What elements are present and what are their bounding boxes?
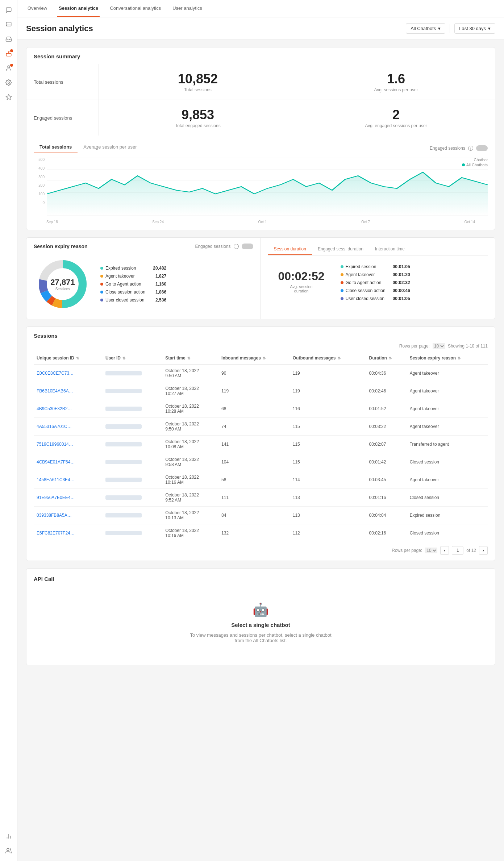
legend-value-close-session: 1,866 [148,290,166,295]
cell-duration: 00:04:36 [366,365,407,382]
avg-engaged-sublabel: Avg. engaged sessions per user [312,123,480,128]
col-start-time: Start time ⇅ [162,352,218,365]
session-link[interactable]: E6FC82E707F24… [37,531,75,536]
sort-icon-inbound[interactable]: ⇅ [263,356,266,360]
legend-label-go-to-agent: Go to Agent action [105,282,141,287]
cell-session-id: E6FC82E707F24… [34,524,103,542]
expiry-panel: Session expiry reason Engaged sessions i [26,238,261,319]
time-filter-dropdown[interactable]: Last 30 days ▾ [454,23,495,34]
legend-label-agent-takeover: Agent takeover [105,274,135,279]
avg-sessions-sublabel: Avg. sessions per user [312,87,480,92]
tab-session-analytics[interactable]: Session analytics [57,0,100,17]
expiry-engaged-toggle[interactable] [242,244,253,249]
svg-point-11 [7,848,9,850]
cell-user-id [103,471,162,489]
total-sessions-label: Total sessions [26,64,99,100]
cell-expiry-reason: Agent takeover [407,418,488,436]
duration-item-user-closed: User closed session 00:01:05 [341,296,410,301]
session-link[interactable]: 4A55316A701C… [37,424,72,429]
expiry-info-icon[interactable]: i [234,244,239,249]
user-id-bar [105,407,142,411]
message-square-icon[interactable] [3,19,14,30]
rows-per-page-select[interactable]: 10 25 50 [433,343,445,349]
legend-color-user-closed [100,299,103,301]
session-link[interactable]: 4CB94E01A7F64… [37,459,75,465]
cell-expiry-reason: Agent takeover [407,382,488,400]
table-row: E6FC82E707F24… October 18, 2022 10:16 AM… [34,524,488,542]
cell-inbound: 141 [218,436,290,453]
duration-value-close-session: 00:00:46 [388,288,410,293]
duration-color-user-closed [341,297,343,300]
cell-session-id: 91E956A7E0EE4… [34,489,103,507]
chat-icon[interactable] [3,4,14,16]
chart-header: Total sessions Average session per user … [34,141,488,155]
sort-icon-outbound[interactable]: ⇅ [338,356,341,360]
session-link[interactable]: 1458EA611C3E4… [37,477,75,482]
info-icon[interactable]: i [468,146,473,151]
prev-page-button[interactable]: ‹ [440,546,449,555]
chart-container: Chatbot All Chatbots [34,158,488,223]
cell-user-id [103,453,162,471]
chatbot-filter-dropdown[interactable]: All Chatbots ▾ [406,23,445,34]
cell-user-id [103,489,162,507]
duration-value-agent-takeover: 00:01:20 [388,272,410,277]
tab-interaction-time[interactable]: Interaction time [369,244,411,255]
sort-icon-session-id[interactable]: ⇅ [76,356,79,360]
session-link[interactable]: FB6B10E4AB6A… [37,388,73,394]
chart-y-labels: 500 400 300 200 100 0 [34,158,45,205]
duration-color-agent-takeover [341,273,343,276]
sparkle-icon[interactable] [3,91,14,103]
cell-expiry-reason: Agent takeover [407,471,488,489]
next-page-button[interactable]: › [479,546,488,555]
tab-overview[interactable]: Overview [26,0,49,17]
cell-start-time: October 18, 2022 9:50 AM [162,418,218,436]
person-icon[interactable] [3,62,14,74]
tab-session-duration[interactable]: Session duration [268,244,312,255]
cell-session-id: E0C0E8CE7C73… [34,365,103,382]
table-row: 4B9C530F32B2… October 18, 2022 10:28 AM … [34,400,488,418]
cell-duration: 00:01:52 [366,400,407,418]
svg-point-6 [8,82,9,84]
bot-icon[interactable] [3,48,14,59]
sessions-table: Unique session ID ⇅ User ID ⇅ Start time… [34,352,488,542]
engaged-sessions-toggle[interactable] [476,145,488,151]
session-link[interactable]: 7519C19960014… [37,442,73,447]
tab-user-analytics[interactable]: User analytics [171,0,204,17]
session-link[interactable]: 039338FB8A5A… [37,513,72,518]
chart-icon[interactable] [3,831,14,842]
chart-tabs: Total sessions Average session per user [34,141,143,153]
engaged-sessions-toggle-group: Engaged sessions i [430,145,488,151]
expiry-duration-row: Session expiry reason Engaged sessions i [26,237,495,319]
cell-inbound: 90 [218,365,290,382]
session-link[interactable]: 4B9C530F32B2… [37,406,72,411]
settings-icon[interactable] [3,77,14,88]
donut-total-value: 27,871 [50,278,75,287]
total-sessions-stat: 10,852 Total sessions [99,64,297,100]
sort-icon-duration[interactable]: ⇅ [389,356,392,360]
chart-tab-total[interactable]: Total sessions [34,141,78,153]
tab-engaged-duration[interactable]: Engaged sess. duration [312,244,369,255]
donut-total-label: Sessions [50,287,75,291]
duration-item-expired: Expired session 00:01:05 [341,264,410,269]
engaged-sessions-value: 9,853 [113,107,282,122]
user-id-bar [105,442,142,446]
duration-color-close-session [341,289,343,292]
session-link[interactable]: 91E956A7E0EE4… [37,495,75,500]
sort-icon-user-id[interactable]: ⇅ [122,356,125,360]
current-page-input[interactable] [452,546,463,555]
cell-duration: 00:02:16 [366,524,407,542]
chart-tab-avg[interactable]: Average session per user [78,141,142,153]
sort-icon-expiry[interactable]: ⇅ [458,356,461,360]
inbox-icon[interactable] [3,33,14,45]
session-link[interactable]: E0C0E8CE7C73… [37,371,74,376]
pagination-rows-select[interactable]: 10 [425,548,437,553]
group-icon[interactable] [3,845,14,857]
tab-conversational-analytics[interactable]: Conversational analytics [108,0,162,17]
chevron-down-icon: ▾ [438,26,441,31]
avg-engaged-stat: 2 Avg. engaged sessions per user [297,100,495,136]
legend-color-expired [100,267,103,270]
legend-label-close-session: Close session action [105,290,145,295]
cell-outbound: 115 [290,436,366,453]
legend-item-close-session: Close session action 1,866 [100,290,166,295]
sort-icon-start-time[interactable]: ⇅ [187,356,190,360]
